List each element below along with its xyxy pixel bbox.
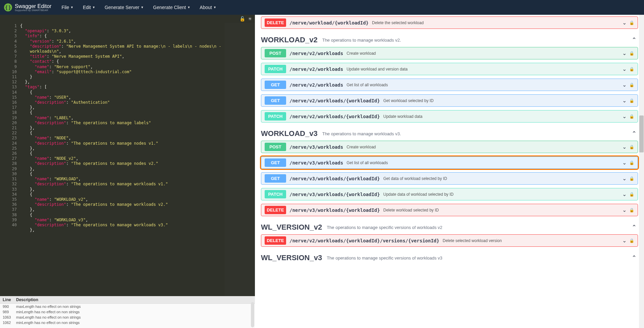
menu-generate-server[interactable]: Generate Server ▼ (105, 5, 144, 10)
op-path: /nerve/v2/workloads/{workloadId} (289, 98, 380, 103)
lock-icon[interactable]: 🔒 (629, 51, 634, 56)
chevron-up-icon: ⌃ (632, 254, 637, 262)
tag-header-workload_v3[interactable]: WORKLOAD_v3The operations to manage work… (261, 127, 638, 141)
op-path: /nerve/v3/workloads (289, 144, 343, 150)
chevron-down-icon: ⌄ (622, 237, 627, 244)
op-summary: Create workload (346, 51, 622, 56)
editor-pane: 🔓 ☀ 123456789101112131415161718192021222… (0, 15, 255, 328)
api-pane[interactable]: DELETE/nerve/workload/{workloadId}Delete… (255, 15, 644, 328)
menu-bar: File ▼Edit ▼Generate Server ▼Generate Cl… (61, 5, 216, 10)
lock-icon[interactable]: 🔒 (629, 98, 634, 103)
operation-row[interactable]: GET/nerve/v3/workloadsGet list of all wo… (261, 156, 638, 169)
chevron-down-icon: ⌄ (622, 144, 627, 150)
err-col-line: Line (3, 297, 16, 302)
op-path: /nerve/workload/{workloadId} (289, 20, 369, 26)
chevron-down-icon: ⌄ (622, 50, 627, 56)
op-summary: Delete selected workload version (443, 238, 622, 243)
operation-row[interactable]: DELETE/nerve/v2/workloads/{workloadId}/v… (261, 234, 638, 247)
op-path: /nerve/v2/workloads (289, 82, 343, 88)
chevron-up-icon: ⌃ (632, 224, 637, 231)
method-badge: POST (265, 49, 286, 57)
tag-header-wl_version_v2[interactable]: WL_VERSION_v2The operations to manage sp… (261, 220, 638, 234)
lock-icon[interactable]: 🔒 (629, 238, 634, 243)
operation-row[interactable]: GET/nerve/v3/workloads/{workloadId}Get d… (261, 172, 638, 185)
page-scrollbar[interactable] (639, 15, 644, 328)
lock-icon[interactable]: 🔒 (629, 208, 634, 213)
method-badge: GET (265, 81, 286, 89)
lock-icon[interactable]: 🔒 (629, 83, 634, 87)
operation-row[interactable]: POST/nerve/v2/workloadsCreate workload⌄🔒 (261, 47, 638, 59)
errors-panel: Line Description 990maxLength has no eff… (0, 296, 255, 328)
chevron-down-icon: ⌄ (622, 82, 627, 88)
op-path: /nerve/v2/workloads (289, 51, 343, 56)
op-summary: Update workload and version data (346, 67, 622, 72)
op-path: /nerve/v2/workloads/{workloadId}/version… (289, 238, 439, 243)
chevron-down-icon: ⌄ (622, 19, 627, 26)
operation-row[interactable]: PATCH/nerve/v3/workloads/{workloadId}Upd… (261, 188, 638, 200)
op-path: /nerve/v2/workloads (289, 66, 343, 72)
lock-icon[interactable]: 🔒 (629, 67, 634, 72)
operation-row[interactable]: PATCH/nerve/v2/workloadsUpdate workload … (261, 63, 638, 75)
topbar: { } Swagger Editor Supported by SMARTBEA… (0, 0, 644, 15)
line-gutter: 1234567891011121314151617181920212223242… (0, 23, 20, 296)
code-area[interactable]: { "openapi": "3.0.3", "info": { "version… (20, 23, 255, 296)
minimap[interactable] (225, 23, 255, 296)
method-badge: GET (265, 96, 286, 105)
errors-scrollbar[interactable] (251, 302, 254, 327)
operation-row[interactable]: PATCH/nerve/v2/workloads/{workloadId}Upd… (261, 110, 638, 123)
chevron-down-icon: ⌄ (622, 191, 627, 197)
lock-icon[interactable]: 🔓 (239, 16, 245, 21)
error-row[interactable]: 989minLength has no effect on non string… (0, 309, 255, 315)
method-badge: DELETE (265, 206, 286, 214)
chevron-down-icon: ⌄ (622, 159, 627, 166)
method-badge: PATCH (265, 190, 286, 198)
error-row[interactable]: 1063maxLength has no effect on non strin… (0, 315, 255, 320)
method-badge: PATCH (265, 112, 286, 121)
lock-icon[interactable]: 🔒 (629, 176, 634, 181)
logo-text: Swagger Editor (15, 3, 51, 9)
chevron-down-icon: ⌄ (622, 113, 627, 120)
op-summary: Update data of workload selected by ID (383, 192, 622, 197)
logo: { } Swagger Editor Supported by SMARTBEA… (4, 3, 51, 12)
method-badge: GET (265, 158, 286, 167)
op-path: /nerve/v3/workloads/{workloadId} (289, 207, 380, 213)
lock-icon[interactable]: 🔒 (629, 114, 634, 119)
op-path: /nerve/v3/workloads (289, 160, 343, 166)
chevron-down-icon: ⌄ (622, 66, 627, 72)
tag-header-wl_version_v3[interactable]: WL_VERSION_v3The operations to manage sp… (261, 251, 638, 265)
op-summary: Delete workload selected by ID (383, 208, 622, 213)
op-path: /nerve/v3/workloads/{workloadId} (289, 176, 380, 181)
operation-row[interactable]: GET/nerve/v2/workloads/{workloadId}Get w… (261, 94, 638, 107)
chevron-up-icon: ⌃ (632, 36, 637, 44)
method-badge: DELETE (265, 236, 286, 245)
scrollbar-thumb[interactable] (639, 115, 644, 152)
error-row[interactable]: 990maxLength has no effect on non string… (0, 304, 255, 309)
menu-generate-client[interactable]: Generate Client ▼ (153, 5, 190, 10)
lock-icon[interactable]: 🔒 (629, 20, 634, 25)
menu-edit[interactable]: Edit ▼ (83, 5, 95, 10)
logo-icon: { } (4, 3, 12, 11)
method-badge: GET (265, 174, 286, 183)
editor-toolbar: 🔓 ☀ (0, 15, 255, 23)
editor-body[interactable]: 1234567891011121314151617181920212223242… (0, 23, 255, 296)
menu-file[interactable]: File ▼ (61, 5, 73, 10)
operation-row[interactable]: POST/nerve/v3/workloadsCreate workload⌄🔒 (261, 141, 638, 153)
operation-row[interactable]: DELETE/nerve/workload/{workloadId}Delete… (261, 16, 638, 29)
op-summary: Get list of all workloads (346, 83, 622, 87)
lock-icon[interactable]: 🔒 (629, 160, 634, 165)
op-summary: Delete the selected workload (372, 20, 622, 25)
operation-row[interactable]: DELETE/nerve/v3/workloads/{workloadId}De… (261, 204, 638, 216)
errors-header: Line Description (0, 296, 255, 304)
error-row[interactable]: 1062minLength has no effect on non strin… (0, 320, 255, 325)
chevron-down-icon: ⌄ (622, 207, 627, 213)
theme-icon[interactable]: ☀ (248, 16, 252, 21)
op-summary: Get data of workload selected by ID (383, 176, 622, 181)
lock-icon[interactable]: 🔒 (629, 192, 634, 197)
menu-about[interactable]: About ▼ (200, 5, 216, 10)
err-col-desc: Description (16, 297, 38, 302)
lock-icon[interactable]: 🔒 (629, 145, 634, 149)
tag-header-workload_v2[interactable]: WORKLOAD_v2The operations to manage work… (261, 33, 638, 47)
operation-row[interactable]: GET/nerve/v2/workloadsGet list of all wo… (261, 79, 638, 91)
chevron-up-icon: ⌃ (632, 130, 637, 137)
logo-subtext: Supported by SMARTBEAR (15, 9, 51, 12)
